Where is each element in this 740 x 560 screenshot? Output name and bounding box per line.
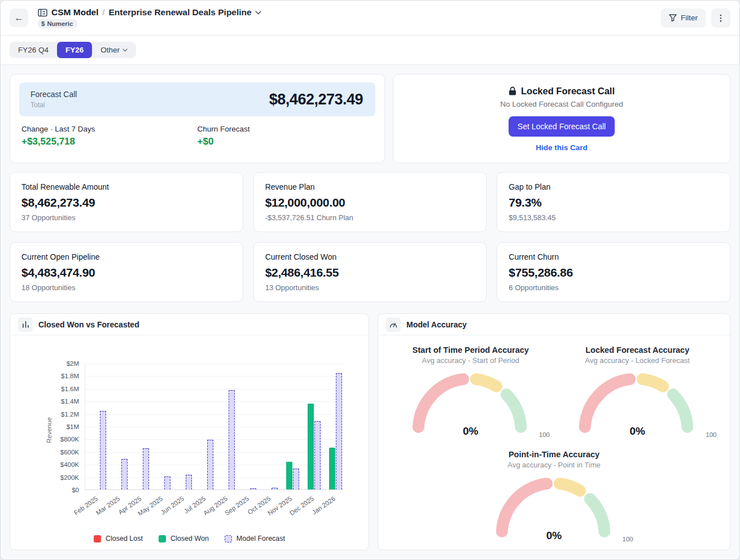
accuracy-panel-title: Model Accuracy — [406, 320, 467, 329]
tab-other[interactable]: Other — [92, 42, 136, 58]
gauge-max-label: 100 — [623, 536, 633, 542]
forecast-call-banner: Forecast Call Total $8,462,273.49 — [19, 82, 375, 116]
model-forecast-bar — [207, 440, 213, 489]
locked-forecast-subtitle: No Locked Forecast Call Configured — [500, 100, 623, 108]
legend-item-closed-won[interactable]: Closed Won — [159, 535, 209, 542]
gauge-arc: 0%100 — [572, 370, 703, 438]
gauge-locked-forecast: Locked Forecast Accuracy Avg accuracy - … — [554, 345, 721, 447]
metric-card-revenue-plan: Revenue Plan $12,000,000.00 -$3,537,726.… — [253, 172, 487, 232]
closed-won-bar — [329, 448, 335, 489]
plot-area — [85, 364, 343, 490]
x-tick-label: Mar 2025 — [94, 495, 121, 517]
metric-sub: 6 Opportunities — [509, 283, 719, 292]
breadcrumb-page-title-dropdown[interactable]: Enterprise Renewal Deals Pipeline — [108, 7, 261, 18]
page-title: Enterprise Renewal Deals Pipeline — [108, 7, 251, 18]
tab-fy26-q4[interactable]: FY26 Q4 — [10, 42, 57, 58]
filter-button[interactable]: Filter — [661, 8, 706, 28]
y-tick-label: $1.4M — [61, 398, 79, 405]
numeric-type-badge: $ Numeric — [38, 19, 77, 28]
y-tick-label: $0 — [72, 487, 79, 493]
metric-sub: 13 Opportunities — [265, 283, 475, 292]
hide-card-link[interactable]: Hide this Card — [536, 143, 588, 152]
y-tick-label: $400K — [60, 461, 79, 468]
funnel-icon — [669, 14, 677, 21]
metric-label: Revenue Plan — [265, 182, 475, 191]
x-tick-label: Jun 2025 — [160, 495, 186, 516]
bar-group-mar-2025 — [107, 364, 128, 489]
metric-value: $12,000,000.00 — [265, 196, 475, 209]
metric-label: Current Open Pipeline — [21, 252, 231, 261]
gauge-start-of-period: Start of Time Period Accuracy Avg accura… — [387, 345, 554, 447]
bar-group-jun-2025 — [171, 364, 192, 489]
model-forecast-bar — [100, 411, 106, 489]
model-forecast-bar — [272, 488, 278, 489]
gauge-max-label: 100 — [706, 431, 716, 438]
bar-chart: Revenue $0$200K$400K$600K$800K$1M$1.2M$1… — [10, 335, 369, 550]
time-period-tabs: FY26 Q4 FY26 Other — [1, 36, 739, 65]
model-forecast-bar — [229, 390, 235, 489]
metric-label: Current Churn — [509, 252, 719, 261]
closed-won-swatch — [159, 535, 166, 542]
metric-label: Gap to Plan — [509, 182, 719, 191]
breadcrumb: CSM Model / Enterprise Renewal Deals Pip… — [38, 7, 261, 28]
tab-fy26[interactable]: FY26 — [57, 42, 92, 58]
legend-item-closed-lost[interactable]: Closed Lost — [94, 535, 143, 542]
model-forecast-swatch — [225, 535, 232, 542]
bar-chart-icon — [18, 317, 33, 332]
chevron-down-icon — [122, 49, 128, 52]
closed-won-vs-forecasted-panel: Closed Won vs Forecasted Revenue $0$200K… — [10, 313, 369, 550]
forecast-call-label: Forecast Call — [30, 90, 77, 99]
locked-forecast-card: Locked Forecast Call No Locked Forecast … — [393, 74, 730, 163]
bar-group-jul-2025 — [192, 364, 214, 489]
closed-won-bar — [308, 404, 314, 489]
gauge-arc: 0%100 — [405, 370, 536, 438]
y-tick-label: $1.6M — [61, 386, 79, 392]
model-accuracy-panel: Model Accuracy Start of Time Period Accu… — [378, 313, 730, 550]
y-tick-label: $1M — [67, 423, 79, 430]
y-tick-label: $200K — [60, 474, 79, 481]
chevron-down-icon — [255, 11, 261, 15]
more-options-button[interactable]: ⋮ — [711, 8, 730, 28]
bar-group-may-2025 — [150, 364, 171, 489]
legend-item-model-forecast[interactable]: Model Forecast — [225, 535, 285, 542]
change-value: +$3,525,718 — [21, 136, 198, 147]
dollar-icon: $ — [41, 20, 45, 27]
model-forecast-bar — [121, 459, 128, 489]
locked-forecast-title: Locked Forecast Call — [521, 86, 615, 97]
x-axis-labels: Feb 2025Mar 2025Apr 2025May 2025Jun 2025… — [85, 490, 343, 525]
y-tick-label: $1.2M — [61, 411, 79, 418]
metric-sub: 18 Opportunities — [21, 283, 231, 292]
model-forecast-bar — [164, 476, 170, 489]
model-forecast-bar — [143, 448, 149, 489]
forecast-call-card: Forecast Call Total $8,462,273.49 Change… — [10, 74, 385, 163]
gauge-point-in-time: Point-in-Time Accuracy Avg accuracy - Po… — [387, 450, 721, 551]
bar-group-jan-2026 — [322, 364, 343, 489]
gauge-arc: 0%100 — [489, 475, 620, 542]
y-axis-ticks: $0$200K$400K$600K$800K$1M$1.2M$1.4M$1.6M… — [10, 364, 79, 490]
metric-card-open-pipeline: Current Open Pipeline $4,483,474.90 18 O… — [10, 242, 243, 302]
breadcrumb-separator: / — [103, 8, 105, 17]
model-forecast-bar — [336, 373, 342, 489]
churn-forecast-value: +$0 — [198, 136, 374, 147]
gauge-value: 0% — [489, 530, 620, 542]
app-window: ← CSM Model / Enterprise Renewal Deals P… — [0, 0, 740, 560]
metric-label: Total Renewable Amount — [21, 182, 231, 191]
metric-value: $755,286.86 — [509, 266, 719, 279]
set-locked-forecast-button[interactable]: Set Locked Forecast Call — [509, 116, 615, 137]
gauge-value: 0% — [405, 425, 536, 438]
metric-sub: $9,513,583.45 — [509, 213, 719, 222]
y-tick-label: $800K — [60, 436, 79, 443]
back-button[interactable]: ← — [10, 8, 28, 27]
y-tick-label: $2M — [67, 360, 79, 367]
metric-value: $8,462,273.49 — [21, 196, 231, 209]
metric-sub: -$3,537,726.51 Churn Plan — [265, 213, 475, 222]
bar-group-feb-2025 — [85, 364, 107, 489]
x-tick-label: Jan 2026 — [310, 495, 336, 516]
x-tick-label: Feb 2025 — [73, 495, 99, 517]
model-forecast-bar — [186, 475, 192, 489]
bar-group-dec-2025 — [300, 364, 322, 489]
gauge-max-label: 100 — [539, 431, 550, 438]
y-tick-label: $600K — [60, 449, 79, 456]
bar-group-apr-2025 — [128, 364, 150, 489]
breadcrumb-model-name[interactable]: CSM Model — [51, 7, 99, 18]
